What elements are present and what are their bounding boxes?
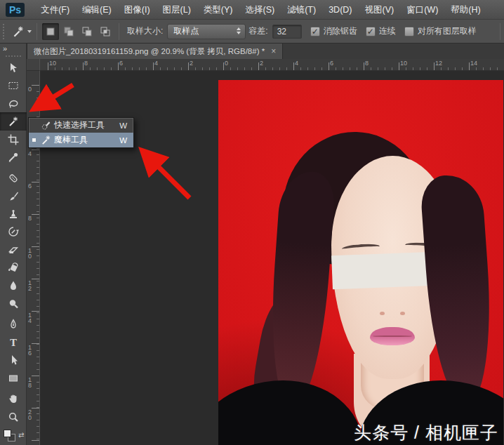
active-tool-bullet: [29, 138, 39, 142]
h-ruler-label: 10: [49, 60, 56, 67]
subtract-from-selection-icon: [81, 25, 93, 38]
menu-bar: Ps 文件(F)编辑(E)图像(I)图层(L)类型(Y)选择(S)滤镜(T)3D…: [0, 0, 504, 20]
intersect-selection-button[interactable]: [97, 23, 114, 40]
tool-preset-picker[interactable]: [11, 25, 32, 39]
separator: [500, 23, 500, 40]
paint-bucket-tool-icon: [7, 261, 20, 274]
menu-item-quick-selection-tool[interactable]: 快速选择工具 W: [29, 118, 133, 133]
menu-item-10[interactable]: 帮助(H): [444, 0, 486, 20]
v-ruler-label: 12: [28, 280, 34, 291]
add-to-selection-button[interactable]: [60, 23, 77, 40]
document-image[interactable]: 头条号 / 相机匣子: [218, 80, 503, 445]
toolbar-collapse-button[interactable]: »: [0, 44, 26, 54]
v-ruler-label: 0: [28, 86, 34, 92]
checkbox-box: ✓: [366, 27, 376, 36]
menu-item-7[interactable]: 3D(D): [322, 0, 358, 20]
checkmark-icon: ✓: [367, 27, 374, 36]
eraser-tool-icon: [7, 244, 20, 256]
tool-magic-wand[interactable]: [0, 112, 27, 131]
tool-type[interactable]: T: [0, 333, 27, 352]
menu-item-label: 魔棒工具: [54, 134, 119, 146]
h-ruler-label: 2: [260, 60, 263, 67]
add-to-selection-icon: [62, 25, 75, 38]
document-tab[interactable]: 微信图片_20180319161159.png @ 20.9% (背景 拷贝, …: [27, 44, 283, 59]
tool-blur[interactable]: [0, 277, 27, 295]
menu-item-magic-wand-tool[interactable]: 魔棒工具 W: [29, 133, 133, 147]
move-tool-icon: [7, 62, 20, 74]
tool-path-selection[interactable]: [0, 351, 27, 369]
menu-item-4[interactable]: 类型(Y): [197, 0, 239, 20]
tool-eyedropper[interactable]: [0, 148, 27, 166]
tool-crop[interactable]: [0, 131, 27, 149]
brush-tool-icon: [7, 190, 20, 202]
watermark-text: 头条号 / 相机匣子: [354, 421, 498, 444]
magic-wand-icon: [11, 25, 25, 39]
tool-zoom[interactable]: [0, 408, 27, 426]
horizontal-ruler[interactable]: 1086420246810121416: [40, 59, 504, 71]
menu-item-1[interactable]: 编辑(E): [76, 0, 118, 20]
tool-eraser[interactable]: [0, 241, 27, 259]
foreground-color-swatch[interactable]: [4, 430, 11, 437]
tool-dodge[interactable]: [0, 295, 27, 313]
contiguous-label: 连续: [379, 25, 396, 37]
anti-alias-checkbox[interactable]: ✓ 消除锯齿: [310, 25, 357, 37]
tool-bar: »: [0, 44, 27, 445]
menu-item-8[interactable]: 视图(V): [359, 0, 401, 20]
tool-clone-stamp[interactable]: [0, 205, 27, 223]
contiguous-checkbox[interactable]: ✓ 连续: [366, 25, 396, 37]
eyedropper-tool-icon: [7, 151, 20, 164]
tool-brush[interactable]: [0, 187, 27, 206]
tool-spot-healing-brush[interactable]: [0, 169, 27, 187]
tool-history-brush[interactable]: [0, 223, 27, 241]
v-ruler-label: 18: [28, 377, 34, 388]
tool-hand[interactable]: [0, 390, 27, 408]
menu-item-5[interactable]: 选择(S): [239, 0, 281, 20]
menu-item-2[interactable]: 图像(I): [118, 0, 157, 20]
pen-tool-icon: [7, 318, 20, 331]
swap-colors-icon[interactable]: ⇄: [18, 431, 24, 439]
anti-alias-label: 消除锯齿: [324, 25, 357, 37]
tool-flyout-menu: 快速选择工具 W 魔棒工具 W: [28, 117, 134, 148]
new-selection-button[interactable]: [42, 23, 59, 40]
magic-wand-tool-icon: [7, 115, 20, 128]
options-bar-grip[interactable]: [3, 24, 6, 39]
tool-rectangle-shape[interactable]: [0, 369, 27, 387]
document-tab-bar: 微信图片_20180319161159.png @ 20.9% (背景 拷贝, …: [27, 44, 504, 59]
sample-size-dropdown[interactable]: 取样点: [167, 24, 246, 39]
spinner-icon: [237, 27, 241, 34]
menu-item-6[interactable]: 滤镜(T): [281, 0, 322, 20]
subtract-from-selection-button[interactable]: [79, 23, 95, 40]
menu-item-9[interactable]: 窗口(W): [400, 0, 444, 20]
menu-item-0[interactable]: 文件(F): [34, 0, 76, 20]
rectangle-tool-icon: [7, 372, 20, 385]
dodge-tool-icon: [7, 298, 20, 310]
menu-item-3[interactable]: 图层(L): [157, 0, 197, 20]
h-ruler-label: 4: [295, 60, 298, 67]
checkbox-box: ✓: [310, 27, 320, 36]
separator: [119, 23, 119, 40]
photoshop-window: Ps 文件(F)编辑(E)图像(I)图层(L)类型(Y)选择(S)滤镜(T)3D…: [0, 0, 504, 445]
tool-pen[interactable]: [0, 315, 27, 333]
toolbar-grip[interactable]: [6, 55, 21, 57]
lasso-tool-icon: [7, 98, 20, 110]
h-ruler-label: 8: [365, 60, 369, 67]
tolerance-label: 容差:: [248, 25, 267, 37]
ruler-corner[interactable]: [27, 59, 40, 71]
marquee-tool-icon: [7, 79, 20, 92]
type-tool-icon: T: [7, 336, 20, 349]
checkbox-box: ✓: [404, 27, 414, 36]
checkmark-icon: ✓: [312, 27, 319, 36]
history-brush-tool-icon: [7, 225, 20, 238]
tool-lasso[interactable]: [0, 95, 27, 113]
tool-move[interactable]: [0, 59, 27, 77]
sample-size-value: 取样点: [173, 25, 199, 37]
sample-all-layers-checkbox[interactable]: ✓ 对所有图层取样: [404, 25, 477, 37]
tolerance-input[interactable]: 32: [272, 25, 302, 39]
close-tab-icon[interactable]: ×: [271, 47, 276, 55]
tool-rectangular-marquee[interactable]: [0, 77, 27, 95]
tool-gradient[interactable]: [0, 259, 27, 277]
intersect-selection-icon: [99, 25, 112, 38]
portrait-lips: [370, 327, 415, 345]
color-swatches: ⇄: [0, 425, 27, 445]
v-ruler-label: 20: [28, 409, 34, 420]
